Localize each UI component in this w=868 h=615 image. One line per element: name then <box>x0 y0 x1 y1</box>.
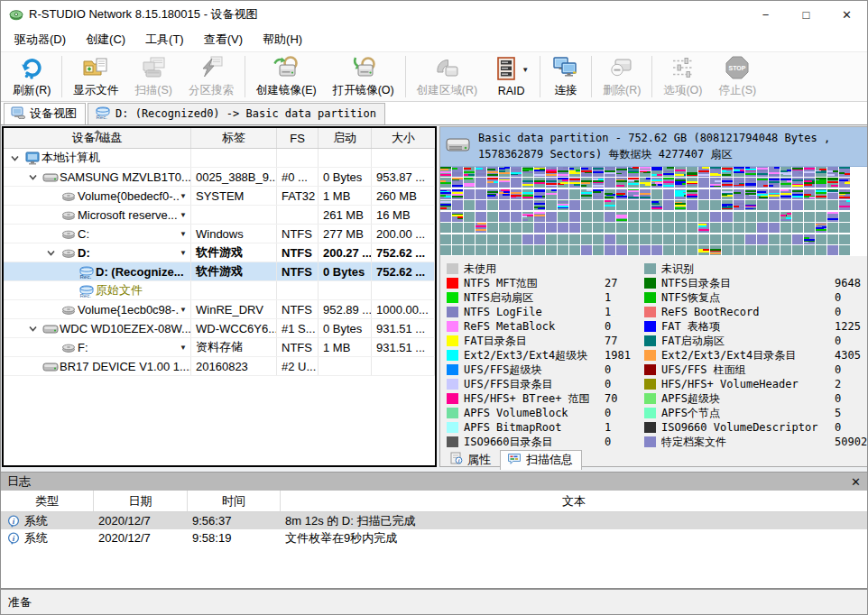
tree-row[interactable]: Microsoft reserve...▼261 MB16 MB <box>4 206 435 225</box>
toolbar-button-label: RAID <box>498 85 525 97</box>
menu-drives[interactable]: 驱动器(D) <box>5 29 76 50</box>
legend-label: ISO9660目录条目 <box>464 435 599 450</box>
connect-button[interactable]: 连接 <box>543 53 588 100</box>
tab-scan-info[interactable]: 扫描信息 <box>500 450 582 470</box>
size-cell: 752.62 ... <box>372 243 435 262</box>
tab-device-view[interactable]: 设备视图 <box>4 103 86 124</box>
column-header-size[interactable]: 大小 <box>372 128 435 148</box>
toolbar-separator <box>245 56 245 97</box>
legend-count: 2 <box>835 378 868 390</box>
tree-row[interactable]: BR17 DEVICE V1.00 1....20160823#2 U... <box>4 357 435 376</box>
log-column-date[interactable]: 日期 <box>94 491 188 511</box>
tab-properties[interactable]: i 属性 <box>443 450 499 470</box>
tree-row[interactable]: WDC WD10EZEX-08W...WD-WCC6Y6...#1 S...0 … <box>4 319 435 338</box>
legend-item: ReFS MetaBlock0 <box>447 319 644 334</box>
device-name: F: <box>78 341 88 354</box>
menu-create[interactable]: 创建(C) <box>76 29 135 50</box>
create-image-button[interactable]: 创建镜像(E) <box>248 53 325 100</box>
column-header-start[interactable]: 启动 <box>319 128 372 148</box>
volume-dropdown-icon[interactable]: ▼ <box>180 192 190 200</box>
tree-row[interactable]: Rec.原始文件 <box>4 281 435 300</box>
close-log-icon[interactable]: ✕ <box>851 475 861 489</box>
tree-row[interactable]: Rec.D: (Recognize...软件游戏NTFS0 Bytes752.6… <box>4 262 435 281</box>
legend-label: APFS个节点 <box>661 406 829 421</box>
tab-label: 设备视图 <box>30 106 77 122</box>
maximize-button[interactable]: □ <box>786 1 826 28</box>
expand-caret-icon[interactable] <box>25 172 41 182</box>
volume-dropdown-icon[interactable]: ▼ <box>180 306 190 314</box>
device-tree-panel: 设备/磁盘 标签 FS 启动 大小 本地计算机SAMSUNG MZVLB1T0.… <box>2 126 437 467</box>
menu-help[interactable]: 帮助(H) <box>253 29 312 50</box>
size-cell <box>372 149 435 167</box>
tree-row[interactable]: Volume{1ecb0c98-...▼WinRE_DRVNTFS952.89 … <box>4 300 435 319</box>
legend-label: HFS/HFS+ VolumeHeader <box>661 378 829 390</box>
device-cell: Rec.原始文件 <box>4 281 191 299</box>
legend-label: ReFS BootRecord <box>661 306 829 318</box>
legend-item: HFS/HFS+ VolumeHeader2 <box>644 377 868 391</box>
tab-recognized-partition[interactable]: Rec. D: (Recognized0) -> Basic data part… <box>88 103 385 124</box>
open-image-button[interactable]: 打开镜像(O) <box>325 53 402 100</box>
expand-caret-icon[interactable] <box>43 248 59 258</box>
legend-item: NTFS目录条目9648 <box>644 276 868 290</box>
volume-dropdown-icon[interactable]: ▼ <box>180 230 190 238</box>
tree-row[interactable]: 本地计算机 <box>4 149 435 168</box>
refresh-button[interactable]: 刷新(R) <box>5 53 59 100</box>
legend-count: 0 <box>605 378 644 390</box>
status-bar: 准备 <box>1 588 867 614</box>
tree-row[interactable]: C:▼WindowsNTFS277 MB200.00 ... <box>4 225 435 243</box>
log-panel: 日志 ✕ 类型 日期 时间 文本 i系统2020/12/79:56:378m 1… <box>1 472 867 588</box>
size-cell: 16 MB <box>372 206 435 224</box>
tree-row[interactable]: Volume{0bedecf0-...▼SYSTEMFAT321 MB260 M… <box>4 187 435 206</box>
delete-button: 删除(R) <box>595 53 649 100</box>
start-cell: 952.89 ... <box>319 300 372 318</box>
toolbar: 刷新(R)显示文件扫描(S)分区搜索创建镜像(E)打开镜像(O)创建区域(R)▼… <box>1 51 867 102</box>
log-column-text[interactable]: 文本 <box>281 491 867 511</box>
legend-label: Ext2/Ext3/Ext4超级块 <box>464 348 599 363</box>
label-cell: 软件游戏 <box>191 262 277 280</box>
start-cell <box>319 149 372 167</box>
tree-row[interactable]: D:▼软件游戏NTFS200.27 ...752.62 ... <box>4 243 435 262</box>
legend-count: 70 <box>605 392 644 405</box>
log-date-cell: 2020/12/7 <box>94 512 188 529</box>
column-header-label[interactable]: 标签 <box>191 128 277 148</box>
legend-count: 1981 <box>605 349 644 362</box>
legend-count: 0 <box>835 421 868 434</box>
refresh-icon <box>18 55 45 83</box>
device-cell: C:▼ <box>4 225 191 243</box>
delete-icon <box>607 55 636 83</box>
fs-cell: #2 U... <box>277 357 319 375</box>
legend-label: NTFS恢复点 <box>661 290 829 306</box>
legend-count: 9648 <box>835 277 868 289</box>
disk-blockmap[interactable] <box>440 167 851 256</box>
raid-button[interactable]: ▼RAID <box>485 53 537 100</box>
expand-caret-icon[interactable] <box>25 324 41 334</box>
log-date-cell: 2020/12/7 <box>94 529 188 546</box>
info-tabbar: i 属性 扫描信息 <box>440 449 868 470</box>
volume-dropdown-icon[interactable]: ▼ <box>180 249 190 257</box>
scan-icon <box>139 55 168 83</box>
log-column-time[interactable]: 时间 <box>188 491 281 511</box>
close-button[interactable]: ✕ <box>826 1 867 28</box>
log-row[interactable]: i系统2020/12/79:56:378m 12s 的 D: 扫描已完成 <box>1 512 867 529</box>
fs-cell: #1 S... <box>277 319 319 337</box>
volume-dropdown-icon[interactable]: ▼ <box>180 211 190 219</box>
log-type-cell: i系统 <box>1 529 94 546</box>
dropdown-arrow-icon[interactable]: ▼ <box>522 66 529 74</box>
menu-view[interactable]: 查看(V) <box>194 29 253 50</box>
legend-count: 0 <box>835 363 868 376</box>
show-files-icon <box>81 55 110 83</box>
expand-caret-icon[interactable] <box>7 153 23 163</box>
column-header-fs[interactable]: FS <box>277 128 319 148</box>
legend-item: ReFS BootRecord0 <box>644 305 868 319</box>
menu-tools[interactable]: 工具(T) <box>135 29 194 50</box>
log-row[interactable]: i系统2020/12/79:58:19文件枚举在9秒内完成 <box>1 529 867 546</box>
log-column-type[interactable]: 类型 <box>1 491 94 511</box>
legend-label: APFS超级块 <box>661 391 829 407</box>
show-files-button[interactable]: 显示文件 <box>65 53 126 100</box>
minimize-button[interactable]: − <box>745 1 786 28</box>
legend-swatch <box>644 307 656 317</box>
tree-row[interactable]: F:▼资料存储NTFS1 MB931.51 ... <box>4 338 435 357</box>
volume-dropdown-icon[interactable]: ▼ <box>180 344 190 352</box>
tree-row[interactable]: SAMSUNG MZVLB1T0...0025_388B_9...#0 ...0… <box>4 168 435 187</box>
legend-swatch <box>447 436 458 447</box>
